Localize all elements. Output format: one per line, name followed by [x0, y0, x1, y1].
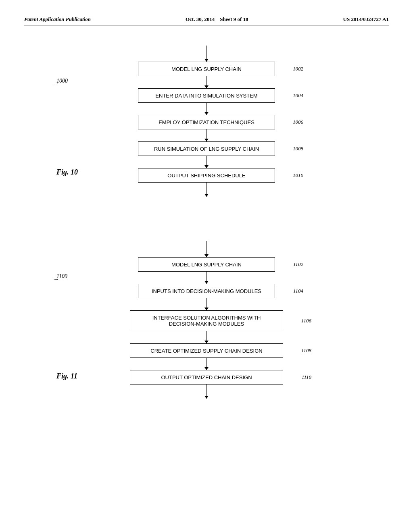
fig11-ref-1110: 1110: [302, 374, 311, 380]
fig10-box-1002: MODEL LNG SUPPLY CHAIN: [138, 62, 275, 76]
figure-11-section: 1100 → MODEL LNG SUPPLY CHAIN 1102 INPUT…: [24, 233, 389, 403]
header-date-sheet: Oct. 30, 2014 Sheet 9 of 18: [186, 16, 248, 23]
page: Patent Application Publication Oct. 30, …: [0, 0, 413, 532]
fig10-ref-1004: 1004: [293, 92, 303, 99]
fig10-ref-1010: 1010: [293, 172, 303, 179]
fig10-arrow-3: [206, 129, 207, 141]
fig10-ref-1002: 1002: [293, 66, 303, 72]
fig11-box-1110: OUTPUT OPTIMIZED CHAIN DESIGN: [130, 370, 283, 384]
figure-10-section: 1000 → MODEL LNG SUPPLY CHAIN 1002 ENTER…: [24, 37, 389, 201]
fig11-box-1110-wrapper: OUTPUT OPTIMIZED CHAIN DESIGN 1110: [130, 370, 283, 384]
fig11-box-1108: CREATE OPTIMIZED SUPPLY CHAIN DESIGN: [130, 343, 283, 358]
fig10-exit-arrow: [206, 183, 207, 197]
fig11-ref-1102: 1102: [293, 261, 303, 268]
fig10-box-1004-wrapper: ENTER DATA INTO SIMULATION SYSTEM 1004: [138, 88, 275, 103]
fig11-entry-arrow: [206, 241, 207, 257]
fig10-flow: MODEL LNG SUPPLY CHAIN 1002 ENTER DATA I…: [24, 46, 389, 197]
section-divider: [24, 225, 389, 233]
fig11-arrow-2: [206, 298, 207, 310]
fig11-ref-main-arrow: →: [53, 276, 59, 283]
fig10-box-1006-wrapper: EMPLOY OPTIMIZATION TECHNIQUES 1006: [138, 115, 275, 129]
fig10-box-1008: RUN SIMULATION OF LNG SUPPLY CHAIN: [138, 141, 275, 156]
fig10-arrow-4: [206, 156, 207, 168]
fig11-box-1104: INPUTS INTO DECISION-MAKING MODULES: [138, 284, 275, 298]
fig11-box-1108-wrapper: CREATE OPTIMIZED SUPPLY CHAIN DESIGN 110…: [130, 343, 283, 358]
fig10-box-1002-wrapper: MODEL LNG SUPPLY CHAIN 1002: [138, 62, 275, 76]
fig11-ref-1104: 1104: [293, 288, 303, 294]
fig11-exit-arrow: [206, 384, 207, 399]
fig11-box-1104-wrapper: INPUTS INTO DECISION-MAKING MODULES 1104: [138, 284, 275, 298]
fig10-box-1006: EMPLOY OPTIMIZATION TECHNIQUES: [138, 115, 275, 129]
fig10-label: Fig. 10: [56, 168, 78, 177]
fig10-ref-1008: 1008: [293, 145, 303, 152]
fig11-arrow-4: [206, 358, 207, 370]
header-patent-number: US 2014/0324727 A1: [343, 16, 389, 23]
header-date: Oct. 30, 2014: [186, 16, 215, 22]
fig11-arrow-1: [206, 272, 207, 284]
page-header: Patent Application Publication Oct. 30, …: [24, 16, 389, 25]
fig11-ref-1106: 1106: [301, 318, 311, 324]
fig10-box-1010: OUTPUT SHIPPING SCHEDULE: [138, 168, 275, 183]
fig10-entry-arrow: [206, 46, 207, 62]
fig10-ref-1006: 1006: [293, 119, 303, 125]
fig10-arrow-2: [206, 103, 207, 115]
fig10-box-1008-wrapper: RUN SIMULATION OF LNG SUPPLY CHAIN 1008: [138, 141, 275, 156]
fig11-label: Fig. 11: [56, 372, 77, 380]
fig11-ref-1108: 1108: [301, 347, 311, 354]
fig10-arrow-1: [206, 76, 207, 88]
header-sheet: Sheet 9 of 18: [220, 16, 248, 22]
fig10-ref-main-arrow: →: [53, 81, 59, 87]
fig11-flow: MODEL LNG SUPPLY CHAIN 1102 INPUTS INTO …: [24, 241, 389, 399]
header-publication-type: Patent Application Publication: [24, 16, 91, 23]
fig11-box-1106: INTERFACE SOLUTION ALGORITHMS WITH DECIS…: [130, 310, 283, 331]
fig10-box-1010-wrapper: OUTPUT SHIPPING SCHEDULE 1010: [138, 168, 275, 183]
fig11-box-1102-wrapper: MODEL LNG SUPPLY CHAIN 1102: [138, 257, 275, 272]
fig10-box-1004: ENTER DATA INTO SIMULATION SYSTEM: [138, 88, 275, 103]
fig11-box-1106-wrapper: INTERFACE SOLUTION ALGORITHMS WITH DECIS…: [130, 310, 283, 331]
fig11-box-1102: MODEL LNG SUPPLY CHAIN: [138, 257, 275, 272]
fig11-arrow-3: [206, 331, 207, 343]
